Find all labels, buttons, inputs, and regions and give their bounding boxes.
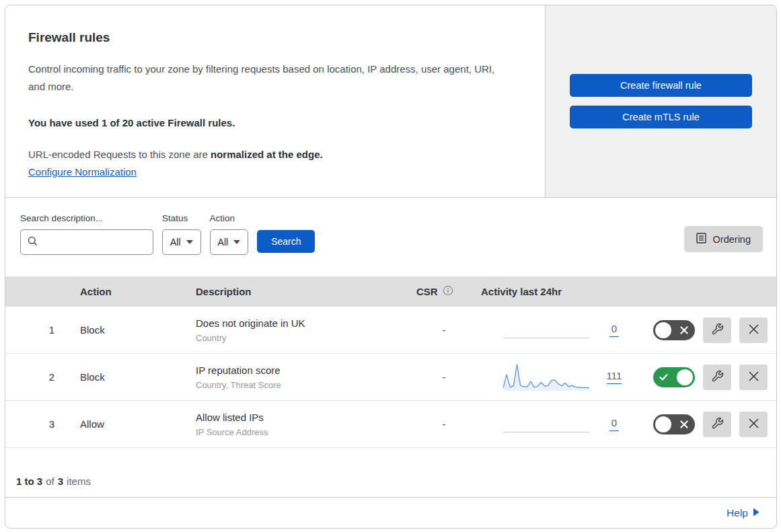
status-dropdown-value: All xyxy=(170,237,181,248)
toggle-knob xyxy=(677,369,693,385)
rule-enabled-toggle[interactable] xyxy=(653,367,695,387)
items-range: 1 to 3 xyxy=(16,476,42,487)
close-icon xyxy=(748,324,759,337)
status-dropdown[interactable]: All xyxy=(162,229,201,255)
search-label: Search description... xyxy=(20,213,153,223)
pagination-summary: 1 to 3 of 3 items xyxy=(5,448,776,497)
rule-description: IP reputation score xyxy=(196,365,407,376)
search-input[interactable] xyxy=(42,237,146,248)
rule-priority: 1 xyxy=(5,324,69,336)
delete-rule-button[interactable] xyxy=(739,365,768,390)
rule-expression-fields: IP Source Address xyxy=(196,427,407,437)
activity-count-link[interactable]: 0 xyxy=(599,417,630,431)
action-dropdown-value: All xyxy=(218,237,229,248)
usage-summary: You have used 1 of 20 active Firewall ru… xyxy=(28,117,518,128)
help-footer: Help xyxy=(5,497,776,528)
ordering-button[interactable]: Ordering xyxy=(684,226,763,252)
items-total: 3 xyxy=(58,476,63,487)
chevron-down-icon xyxy=(233,240,240,244)
rule-action: Block xyxy=(69,371,185,383)
table-row: 3 Allow Allow listed IPs IP Source Addre… xyxy=(5,401,776,448)
firewall-rules-card: Firewall rules Control incoming traffic … xyxy=(5,5,777,529)
edit-rule-button[interactable] xyxy=(703,317,731,343)
rule-priority: 3 xyxy=(5,418,69,430)
action-filter-group: Action All xyxy=(210,213,249,255)
action-label: Action xyxy=(210,213,249,223)
rule-controls xyxy=(653,317,776,343)
rule-priority: 2 xyxy=(5,371,69,383)
search-input-wrapper xyxy=(20,229,153,255)
activity-count-link[interactable]: 111 xyxy=(599,370,630,384)
create-firewall-rule-button[interactable]: Create firewall rule xyxy=(570,74,752,97)
rule-description-cell: Does not originate in UK Country xyxy=(185,317,407,343)
firewall-rules-page: Firewall rules Control incoming traffic … xyxy=(0,0,781,532)
table-header: Action Description CSR Activity last 24h… xyxy=(5,276,776,307)
close-icon xyxy=(748,418,759,431)
toggle-knob xyxy=(655,322,671,338)
column-csr-label: CSR xyxy=(416,286,438,297)
activity-sparkline xyxy=(503,363,589,392)
column-action: Action xyxy=(69,286,185,297)
wrench-icon xyxy=(711,370,724,385)
rule-action: Block xyxy=(69,324,185,336)
delete-rule-button[interactable] xyxy=(739,317,768,343)
wrench-icon xyxy=(711,417,724,432)
page-title: Firewall rules xyxy=(28,30,518,45)
header-text-panel: Firewall rules Control incoming traffic … xyxy=(5,5,545,197)
ordering-button-label: Ordering xyxy=(713,234,751,245)
header-section: Firewall rules Control incoming traffic … xyxy=(5,5,776,198)
rule-csr-value: - xyxy=(407,371,481,383)
rule-controls xyxy=(653,412,776,437)
rule-activity-cell: 0 xyxy=(481,315,776,345)
status-label: Status xyxy=(162,213,201,223)
normalization-note: URL-encoded Requests to this zone are no… xyxy=(28,149,518,160)
table-row: 1 Block Does not originate in UK Country… xyxy=(5,307,776,354)
table-row: 2 Block IP reputation score Country, Thr… xyxy=(5,354,776,401)
rule-action: Allow xyxy=(69,418,185,430)
edit-rule-button[interactable] xyxy=(703,412,731,437)
chevron-down-icon xyxy=(186,240,193,244)
normalization-prefix: URL-encoded Requests to this zone are xyxy=(28,149,211,160)
activity-sparkline xyxy=(503,410,589,439)
activity-sparkline xyxy=(503,315,589,345)
info-icon[interactable] xyxy=(443,285,453,298)
help-link[interactable]: Help xyxy=(727,507,759,519)
arrow-right-icon xyxy=(753,507,759,519)
help-link-label: Help xyxy=(727,507,748,519)
items-word: items xyxy=(67,476,91,487)
table-body: 1 Block Does not originate in UK Country… xyxy=(5,307,776,448)
column-csr: CSR xyxy=(407,285,481,298)
action-dropdown[interactable]: All xyxy=(210,229,249,255)
rule-csr-value: - xyxy=(407,324,481,336)
rule-expression-fields: Country xyxy=(196,333,407,343)
close-icon xyxy=(748,371,759,384)
create-mtls-rule-button[interactable]: Create mTLS rule xyxy=(570,106,752,128)
search-button[interactable]: Search xyxy=(257,230,315,253)
rule-description: Allow listed IPs xyxy=(196,412,407,423)
filter-bar: Search description... Status All Action xyxy=(5,198,776,276)
edit-rule-button[interactable] xyxy=(703,365,731,390)
items-of: of xyxy=(46,476,54,487)
rule-activity-cell: 0 xyxy=(481,410,776,439)
activity-count-link[interactable]: 0 xyxy=(599,323,630,337)
delete-rule-button[interactable] xyxy=(739,412,768,437)
rule-activity-cell: 111 xyxy=(481,363,776,392)
search-icon xyxy=(28,236,38,249)
configure-normalization-link[interactable]: Configure Normalization xyxy=(28,166,137,178)
ordering-list-icon xyxy=(696,233,706,245)
page-description: Control incoming traffic to your zone by… xyxy=(28,61,507,96)
rule-description-cell: Allow listed IPs IP Source Address xyxy=(185,412,407,437)
rule-enabled-toggle[interactable] xyxy=(653,320,695,340)
rule-expression-fields: Country, Threat Score xyxy=(196,380,407,390)
rule-description: Does not originate in UK xyxy=(196,317,407,329)
rule-controls xyxy=(653,365,776,390)
status-filter-group: Status All xyxy=(162,213,201,255)
normalization-bold: normalized at the edge. xyxy=(211,149,323,160)
toggle-knob xyxy=(655,416,671,432)
column-description: Description xyxy=(185,286,407,297)
column-activity: Activity last 24hr xyxy=(481,286,776,297)
rule-enabled-toggle[interactable] xyxy=(653,414,695,434)
rule-csr-value: - xyxy=(407,418,481,430)
wrench-icon xyxy=(711,323,724,338)
rule-description-cell: IP reputation score Country, Threat Scor… xyxy=(185,365,407,390)
